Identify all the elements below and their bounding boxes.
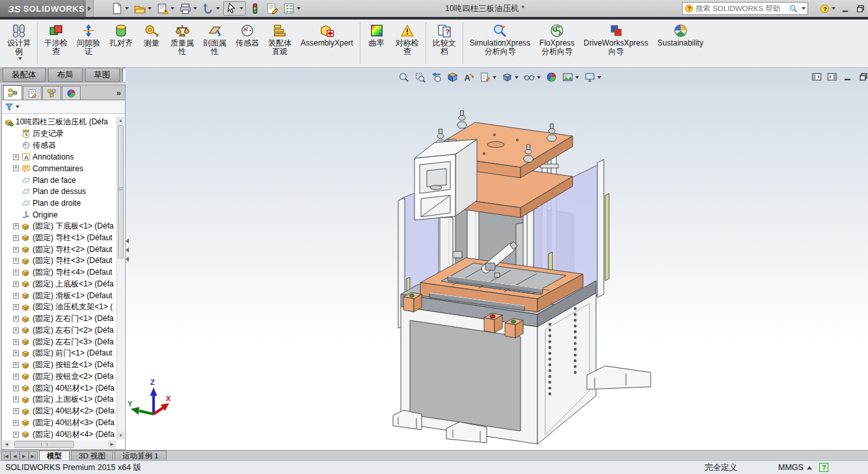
dropdown-caret-icon[interactable] <box>216 7 220 10</box>
select-button[interactable] <box>223 1 246 16</box>
compare-documents-button[interactable]: ?比较文档 <box>429 22 459 57</box>
tree-item[interactable]: +(固定) 导柱<3> (Défaut <box>3 255 116 267</box>
tree-item[interactable]: +(固定) 按钮盒<1> (Défa <box>3 359 116 371</box>
tree-item[interactable]: 10吨四柱三板油压机 (Défa <box>3 117 116 128</box>
tab-1[interactable]: 布局 <box>48 68 83 82</box>
new-document-button[interactable] <box>109 1 131 16</box>
tree-vertical-scrollbar[interactable]: ▲ ▼ <box>116 117 124 439</box>
expand-icon[interactable]: + <box>13 316 19 322</box>
expand-icon[interactable]: + <box>13 165 19 171</box>
section-properties-button[interactable]: 剖面属性 <box>200 22 230 57</box>
fm-tab-configuration-manager[interactable] <box>42 86 61 100</box>
rebuild-button[interactable] <box>247 1 263 16</box>
expand-icon[interactable]: + <box>13 397 19 402</box>
nav-last-button[interactable]: ▶| <box>29 451 38 460</box>
menu-expand-button[interactable] <box>86 0 94 17</box>
file-properties-button[interactable] <box>264 1 280 16</box>
dropdown-caret-icon[interactable] <box>239 7 243 10</box>
collapse-pane-left-button[interactable] <box>811 72 822 82</box>
tree-item[interactable]: Plan de droite <box>3 197 116 209</box>
previous-view-button[interactable] <box>428 70 444 84</box>
view-orientation-button[interactable] <box>477 70 499 84</box>
scroll-up-button[interactable]: ▲ <box>117 117 124 124</box>
assembly-model-3d[interactable] <box>390 98 657 450</box>
nav-first-button[interactable]: |◀ <box>1 451 10 460</box>
sustainability-button[interactable]: Sustainability <box>654 22 707 49</box>
dropdown-caret-icon[interactable] <box>170 7 174 10</box>
filter-caret[interactable] <box>16 105 20 108</box>
tree-item[interactable]: Plan de dessus <box>3 186 116 198</box>
search-icon[interactable] <box>789 4 798 13</box>
zoom-to-area-button[interactable] <box>412 70 428 84</box>
model-tab-0[interactable]: 模型 <box>39 451 70 460</box>
dropdown-caret-icon[interactable] <box>125 7 129 10</box>
scroll-left-button[interactable]: ◀ <box>3 440 10 449</box>
tree-item[interactable]: +(固定) 40铝材<2> (Défa <box>3 406 116 417</box>
tree-horizontal-scrollbar[interactable]: ◀ ▶ <box>3 440 116 449</box>
fm-tabs-overflow[interactable]: » <box>116 88 121 98</box>
filter-funnel-icon[interactable] <box>5 102 14 111</box>
tree-item[interactable]: +(固定) 左右门<3> (Défa <box>3 336 116 348</box>
tab-2[interactable]: 草图 <box>85 68 120 82</box>
tree-item[interactable]: +(固定) 前门<1> (Défaut <box>3 348 116 359</box>
tree-item[interactable]: 传感器 <box>3 140 116 152</box>
fm-tab-design-tree[interactable] <box>3 85 22 100</box>
clearance-verify-button[interactable]: 间隙验证 <box>74 22 103 57</box>
scroll-right-button[interactable]: ▶ <box>108 440 116 449</box>
dropdown-caret-icon[interactable] <box>18 57 22 60</box>
units-caret[interactable] <box>807 466 812 469</box>
nav-previous-button[interactable]: ◀ <box>10 451 20 460</box>
tree-item[interactable]: +(固定) 油压机支架<1> ( <box>3 301 116 313</box>
expand-icon[interactable]: + <box>13 223 19 229</box>
assembly-visualization-button[interactable]: 装配体直观 <box>265 22 295 57</box>
dynamic-annotation-views-button[interactable]: A <box>461 70 477 84</box>
assemblyxpert-button[interactable]: AssemblyXpert <box>297 22 357 49</box>
expand-icon[interactable]: + <box>13 374 19 380</box>
mass-properties-button[interactable]: 质量属性 <box>167 22 197 57</box>
sensor-button[interactable]: 传感器 <box>232 22 262 49</box>
tree-item[interactable]: 历史记录 <box>3 128 116 140</box>
button-box[interactable] <box>484 313 502 333</box>
tree-item[interactable]: +(固定) 导柱<1> (Défaut <box>3 232 116 244</box>
hide-show-items-button[interactable] <box>521 70 543 84</box>
tree-item[interactable]: Origine <box>3 209 116 221</box>
hole-alignment-button[interactable]: 孔对齐 <box>106 22 136 49</box>
section-view-button[interactable] <box>444 70 461 84</box>
expand-icon[interactable]: + <box>13 281 19 287</box>
tree-item[interactable]: +(固定) 左右门<1> (Défa <box>3 313 116 325</box>
scroll-down-button[interactable]: ▼ <box>117 432 124 439</box>
expand-icon[interactable]: + <box>13 385 19 391</box>
expand-icon[interactable]: + <box>13 328 19 333</box>
document-minimize-button[interactable] <box>843 72 853 82</box>
graphics-viewport[interactable]: A <box>126 68 868 450</box>
model-tab-2[interactable]: 运动算例 1 <box>115 451 167 460</box>
dropdown-caret-icon[interactable] <box>597 76 601 79</box>
help-button[interactable]: ? <box>820 4 835 14</box>
dropdown-caret-icon[interactable] <box>493 76 496 79</box>
floxpress-wizard-button[interactable]: FloXpress分析向导 <box>536 22 578 57</box>
help-search-box[interactable]: ? <box>682 2 808 15</box>
tab-0[interactable]: 装配体 <box>3 68 46 82</box>
units-selector[interactable]: MMGS <box>778 461 804 474</box>
tree-item[interactable]: Plan de face <box>3 174 116 186</box>
design-study-button[interactable]: 设计算例 <box>4 22 34 61</box>
tree-item[interactable]: +(固定) 导柱<4> (Défaut <box>3 267 116 279</box>
print-button[interactable] <box>178 1 199 16</box>
tree-item[interactable]: +(固定) 滑板<1> (Défaut <box>3 290 116 301</box>
curvature-button[interactable]: 曲率 <box>364 22 390 49</box>
tree-item[interactable]: +(固定) 下底板<1> (Défa <box>3 221 116 232</box>
expand-icon[interactable]: + <box>13 235 19 241</box>
fm-tab-property-manager[interactable] <box>23 86 42 100</box>
tree-item[interactable]: +AAnnotations <box>3 151 116 163</box>
tree-item[interactable]: +(固定) 按钮盒<2> (Défa <box>3 371 116 383</box>
dropdown-caret-icon[interactable] <box>148 7 152 10</box>
options-button[interactable] <box>281 1 303 16</box>
expand-icon[interactable]: + <box>13 339 19 345</box>
expand-icon[interactable]: + <box>13 304 19 310</box>
collapse-pane-right-button[interactable] <box>827 72 837 82</box>
tree-item[interactable]: +(固定) 导柱<2> (Défaut <box>3 244 116 255</box>
tree-item[interactable]: +(固定) 40铝材<4> (Défa <box>3 428 116 439</box>
dropdown-caret-icon[interactable] <box>515 76 519 79</box>
minimize-button[interactable] <box>841 4 850 14</box>
expand-icon[interactable]: + <box>13 350 19 356</box>
